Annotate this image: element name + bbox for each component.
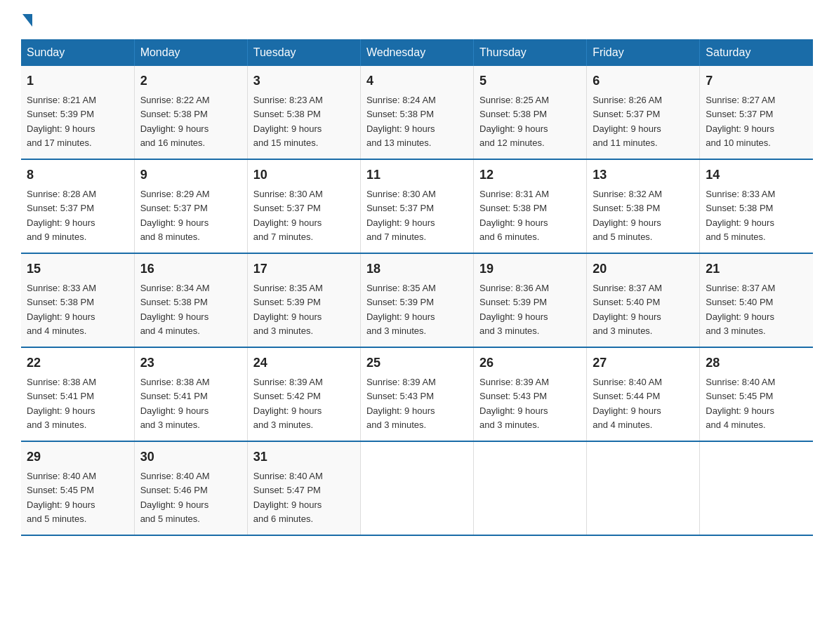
day-cell: 4Sunrise: 8:24 AMSunset: 5:38 PMDaylight… <box>360 66 473 159</box>
day-number: 13 <box>593 166 694 185</box>
day-number: 1 <box>27 72 128 90</box>
day-number: 8 <box>27 166 128 185</box>
day-cell <box>360 441 473 535</box>
day-cell: 26Sunrise: 8:39 AMSunset: 5:43 PMDayligh… <box>474 347 587 441</box>
logo-triangle-icon <box>22 14 32 27</box>
day-cell: 3Sunrise: 8:23 AMSunset: 5:38 PMDaylight… <box>247 66 360 159</box>
day-info: Sunrise: 8:30 AMSunset: 5:37 PMDaylight:… <box>366 189 436 242</box>
day-cell: 30Sunrise: 8:40 AMSunset: 5:46 PMDayligh… <box>134 441 247 535</box>
day-info: Sunrise: 8:39 AMSunset: 5:43 PMDaylight:… <box>479 377 549 430</box>
calendar-body: 1Sunrise: 8:21 AMSunset: 5:39 PMDaylight… <box>21 66 813 535</box>
day-cell: 29Sunrise: 8:40 AMSunset: 5:45 PMDayligh… <box>21 441 134 535</box>
day-cell: 1Sunrise: 8:21 AMSunset: 5:39 PMDaylight… <box>21 66 134 159</box>
week-row-2: 8Sunrise: 8:28 AMSunset: 5:37 PMDaylight… <box>21 159 813 253</box>
day-info: Sunrise: 8:25 AMSunset: 5:38 PMDaylight:… <box>479 95 549 148</box>
day-number: 24 <box>253 354 355 373</box>
day-info: Sunrise: 8:38 AMSunset: 5:41 PMDaylight:… <box>140 377 210 430</box>
day-cell <box>587 441 700 535</box>
day-info: Sunrise: 8:39 AMSunset: 5:42 PMDaylight:… <box>253 377 323 430</box>
day-info: Sunrise: 8:34 AMSunset: 5:38 PMDaylight:… <box>140 283 210 336</box>
day-cell <box>700 441 813 535</box>
day-cell: 11Sunrise: 8:30 AMSunset: 5:37 PMDayligh… <box>360 159 473 253</box>
day-info: Sunrise: 8:32 AMSunset: 5:38 PMDaylight:… <box>593 189 662 242</box>
calendar-table: SundayMondayTuesdayWednesdayThursdayFrid… <box>21 39 813 536</box>
day-cell: 16Sunrise: 8:34 AMSunset: 5:38 PMDayligh… <box>134 253 247 347</box>
header-friday: Friday <box>587 39 700 66</box>
day-number: 27 <box>593 354 694 373</box>
day-cell: 2Sunrise: 8:22 AMSunset: 5:38 PMDaylight… <box>134 66 247 159</box>
header-monday: Monday <box>134 39 247 66</box>
day-number: 21 <box>706 260 807 279</box>
day-number: 17 <box>253 260 355 279</box>
week-row-4: 22Sunrise: 8:38 AMSunset: 5:41 PMDayligh… <box>21 347 813 441</box>
header-thursday: Thursday <box>474 39 587 66</box>
header-saturday: Saturday <box>700 39 813 66</box>
day-info: Sunrise: 8:27 AMSunset: 5:37 PMDaylight:… <box>706 95 775 148</box>
day-cell: 17Sunrise: 8:35 AMSunset: 5:39 PMDayligh… <box>247 253 360 347</box>
day-info: Sunrise: 8:37 AMSunset: 5:40 PMDaylight:… <box>593 283 662 336</box>
day-number: 7 <box>706 72 807 90</box>
day-number: 30 <box>140 448 241 467</box>
day-cell: 22Sunrise: 8:38 AMSunset: 5:41 PMDayligh… <box>21 347 134 441</box>
day-cell: 6Sunrise: 8:26 AMSunset: 5:37 PMDaylight… <box>587 66 700 159</box>
page-header <box>21 14 813 25</box>
day-cell: 14Sunrise: 8:33 AMSunset: 5:38 PMDayligh… <box>700 159 813 253</box>
day-info: Sunrise: 8:28 AMSunset: 5:37 PMDaylight:… <box>27 189 96 242</box>
day-info: Sunrise: 8:40 AMSunset: 5:46 PMDaylight:… <box>140 471 210 524</box>
day-cell: 18Sunrise: 8:35 AMSunset: 5:39 PMDayligh… <box>360 253 473 347</box>
day-cell: 13Sunrise: 8:32 AMSunset: 5:38 PMDayligh… <box>587 159 700 253</box>
day-number: 5 <box>479 72 581 90</box>
day-number: 11 <box>366 166 468 185</box>
day-cell: 20Sunrise: 8:37 AMSunset: 5:40 PMDayligh… <box>587 253 700 347</box>
day-cell: 23Sunrise: 8:38 AMSunset: 5:41 PMDayligh… <box>134 347 247 441</box>
day-info: Sunrise: 8:40 AMSunset: 5:47 PMDaylight:… <box>253 471 323 524</box>
day-number: 20 <box>593 260 694 279</box>
day-cell: 5Sunrise: 8:25 AMSunset: 5:38 PMDaylight… <box>474 66 587 159</box>
day-number: 14 <box>706 166 807 185</box>
day-cell: 15Sunrise: 8:33 AMSunset: 5:38 PMDayligh… <box>21 253 134 347</box>
day-number: 12 <box>479 166 581 185</box>
day-cell: 10Sunrise: 8:30 AMSunset: 5:37 PMDayligh… <box>247 159 360 253</box>
day-number: 4 <box>366 72 468 90</box>
day-number: 15 <box>27 260 128 279</box>
day-info: Sunrise: 8:26 AMSunset: 5:37 PMDaylight:… <box>593 95 662 148</box>
calendar-header: SundayMondayTuesdayWednesdayThursdayFrid… <box>21 39 813 66</box>
header-tuesday: Tuesday <box>247 39 360 66</box>
day-number: 6 <box>593 72 694 90</box>
day-cell: 31Sunrise: 8:40 AMSunset: 5:47 PMDayligh… <box>247 441 360 535</box>
day-info: Sunrise: 8:33 AMSunset: 5:38 PMDaylight:… <box>27 283 96 336</box>
week-row-3: 15Sunrise: 8:33 AMSunset: 5:38 PMDayligh… <box>21 253 813 347</box>
day-number: 22 <box>27 354 128 373</box>
day-info: Sunrise: 8:29 AMSunset: 5:37 PMDaylight:… <box>140 189 210 242</box>
day-cell: 19Sunrise: 8:36 AMSunset: 5:39 PMDayligh… <box>474 253 587 347</box>
day-cell: 25Sunrise: 8:39 AMSunset: 5:43 PMDayligh… <box>360 347 473 441</box>
day-cell: 8Sunrise: 8:28 AMSunset: 5:37 PMDaylight… <box>21 159 134 253</box>
day-number: 18 <box>366 260 468 279</box>
day-number: 3 <box>253 72 355 90</box>
day-info: Sunrise: 8:33 AMSunset: 5:38 PMDaylight:… <box>706 189 775 242</box>
day-number: 2 <box>140 72 241 90</box>
day-info: Sunrise: 8:23 AMSunset: 5:38 PMDaylight:… <box>253 95 323 148</box>
day-number: 31 <box>253 448 355 467</box>
day-info: Sunrise: 8:40 AMSunset: 5:44 PMDaylight:… <box>593 377 662 430</box>
header-sunday: Sunday <box>21 39 134 66</box>
day-number: 16 <box>140 260 241 279</box>
day-number: 9 <box>140 166 241 185</box>
day-info: Sunrise: 8:40 AMSunset: 5:45 PMDaylight:… <box>706 377 775 430</box>
day-info: Sunrise: 8:39 AMSunset: 5:43 PMDaylight:… <box>366 377 436 430</box>
day-cell: 21Sunrise: 8:37 AMSunset: 5:40 PMDayligh… <box>700 253 813 347</box>
day-info: Sunrise: 8:35 AMSunset: 5:39 PMDaylight:… <box>366 283 436 336</box>
day-number: 28 <box>706 354 807 373</box>
day-number: 25 <box>366 354 468 373</box>
day-number: 29 <box>27 448 128 467</box>
day-info: Sunrise: 8:37 AMSunset: 5:40 PMDaylight:… <box>706 283 775 336</box>
day-cell <box>474 441 587 535</box>
day-cell: 24Sunrise: 8:39 AMSunset: 5:42 PMDayligh… <box>247 347 360 441</box>
day-cell: 28Sunrise: 8:40 AMSunset: 5:45 PMDayligh… <box>700 347 813 441</box>
week-row-5: 29Sunrise: 8:40 AMSunset: 5:45 PMDayligh… <box>21 441 813 535</box>
day-cell: 12Sunrise: 8:31 AMSunset: 5:38 PMDayligh… <box>474 159 587 253</box>
day-info: Sunrise: 8:35 AMSunset: 5:39 PMDaylight:… <box>253 283 323 336</box>
day-info: Sunrise: 8:40 AMSunset: 5:45 PMDaylight:… <box>27 471 96 524</box>
day-cell: 7Sunrise: 8:27 AMSunset: 5:37 PMDaylight… <box>700 66 813 159</box>
day-cell: 27Sunrise: 8:40 AMSunset: 5:44 PMDayligh… <box>587 347 700 441</box>
